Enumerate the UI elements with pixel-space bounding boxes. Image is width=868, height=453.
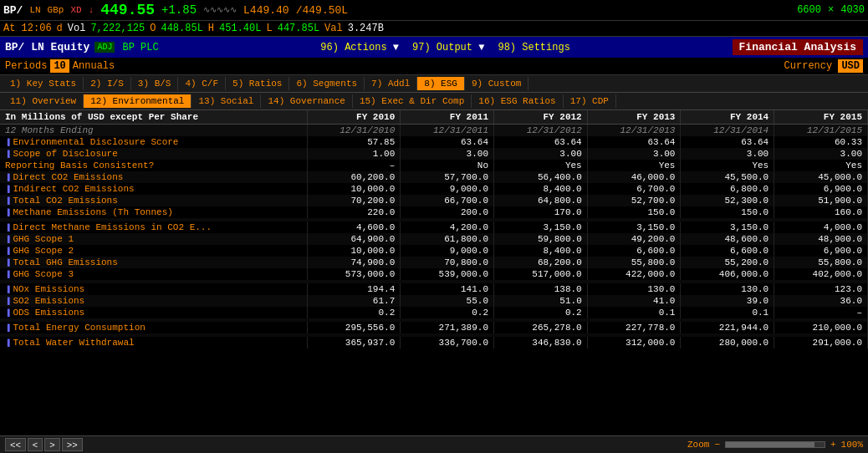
price-change: +1.85	[161, 3, 197, 17]
actions-button[interactable]: 96) Actions ▼	[314, 40, 406, 55]
adv-label: ADJ	[94, 42, 115, 53]
data-cell: 48,600.0	[681, 233, 774, 245]
data-cell: 6,700.0	[587, 183, 681, 195]
currency-value[interactable]: USD	[838, 59, 863, 73]
row-label-text: GHG Scope 3	[13, 269, 74, 279]
data-cell: 70,200.0	[307, 195, 401, 206]
subtab-environmental[interactable]: 12) Environmental	[84, 94, 191, 108]
sub-tabs: 11) Overview 12) Environmental 13) Socia…	[0, 93, 868, 110]
subtab-cdp[interactable]: 17) CDP	[564, 94, 616, 108]
chart-icon: ▐	[5, 186, 9, 194]
chart-icon: ▐	[5, 309, 9, 318]
data-cell: 3,150.0	[494, 221, 588, 233]
data-cell: 6,900.0	[774, 183, 868, 195]
settings-button[interactable]: 98) Settings	[491, 40, 576, 55]
val-value: 3.247B	[348, 23, 384, 34]
row-label-cell: ▐GHG Scope 2	[0, 245, 307, 257]
tab-addl[interactable]: 7) Addl	[365, 77, 417, 90]
data-cell: 130.0	[681, 283, 774, 295]
data-cell: 63.64	[681, 136, 774, 148]
subtab-exec-dir[interactable]: 15) Exec & Dir Comp	[353, 94, 472, 108]
chart-icon: ▐	[5, 197, 9, 206]
data-cell: 0.1	[587, 307, 681, 318]
data-cell: 0.2	[307, 307, 401, 318]
output-button[interactable]: 97) Output ▼	[406, 40, 491, 55]
volume-range2: ×	[828, 4, 834, 16]
tab-is[interactable]: 2) I/S	[84, 77, 131, 90]
row-label-text: Scope of Disclosure	[13, 149, 117, 159]
table-row: Reporting Basis Consistent?–NoYesYesYesY…	[0, 160, 868, 171]
col-fy2010: FY 2010	[307, 110, 401, 125]
tab-custom[interactable]: 9) Custom	[465, 77, 528, 90]
tab-bs[interactable]: 3) B/S	[131, 77, 179, 90]
data-cell: 194.4	[307, 283, 401, 295]
financial-analysis-label: Financial Analysis	[733, 39, 863, 55]
data-cell: 138.0	[494, 283, 588, 295]
row-label-text: ODS Emissions	[13, 308, 84, 318]
periods-label: Periods	[5, 60, 47, 72]
data-cell: 63.64	[494, 136, 588, 148]
val-label: Val	[324, 23, 343, 34]
exchange-label: LN	[29, 5, 40, 15]
data-cell: 52,700.0	[587, 195, 681, 206]
tab-segments[interactable]: 6) Segments	[289, 77, 365, 90]
row-label-cell: ▐Total CO2 Emissions	[0, 195, 307, 206]
row-label-cell: ▐Total Water Withdrawal	[0, 337, 307, 349]
tab-esg[interactable]: 8) ESG	[417, 77, 465, 90]
period-number[interactable]: 10	[50, 59, 69, 73]
date-fy2011: 12/31/2011	[401, 125, 494, 137]
date-fy2015: 12/31/2015	[774, 125, 868, 137]
data-cell: 422,000.0	[587, 268, 681, 280]
header-bar: BP/ LN Equity ADJ BP PLC 96) Actions ▼ 9…	[0, 37, 868, 58]
data-cell: 55,800.0	[774, 257, 868, 268]
subtab-esg-ratios[interactable]: 16) ESG Ratios	[472, 94, 563, 108]
data-cell: 0.2	[401, 307, 494, 318]
data-cell: 8,400.0	[494, 245, 588, 257]
table-row: ▐Direct Methane Emissions in CO2 E...4,6…	[0, 221, 868, 233]
chart-icon: ▐	[5, 224, 9, 232]
row-label-text: Total CO2 Emissions	[13, 196, 117, 206]
periods-bar: Periods 10 Annuals Currency USD	[0, 58, 868, 75]
row-label-text: Reporting Basis Consistent?	[5, 160, 154, 171]
tab-ratios[interactable]: 5) Ratios	[226, 77, 289, 90]
data-cell: 312,000.0	[587, 337, 681, 349]
subtab-overview[interactable]: 11) Overview	[3, 94, 84, 108]
data-cell: 66,700.0	[401, 195, 494, 206]
sparkline: ∿∿∿∿∿	[203, 5, 237, 15]
table-row: ▐NOx Emissions194.4141.0138.0130.0130.01…	[0, 283, 868, 295]
data-cell: 64,800.0	[494, 195, 588, 206]
table-row: ▐GHG Scope 210,000.09,000.08,400.06,600.…	[0, 245, 868, 257]
row-label-cell: ▐Total GHG Emissions	[0, 257, 307, 268]
data-cell: 36.0	[774, 295, 868, 307]
data-cell: 4,200.0	[401, 221, 494, 233]
chart-icon: ▐	[5, 150, 9, 159]
data-cell: 130.0	[587, 283, 681, 295]
col-fy2012: FY 2012	[494, 110, 588, 125]
table-row: ▐Total Water Withdrawal365,937.0336,700.…	[0, 337, 868, 349]
vol-value: 7,222,125	[90, 23, 145, 34]
row-label-cell: ▐GHG Scope 1	[0, 233, 307, 245]
row-label-text: Environmental Disclosure Score	[13, 137, 178, 147]
row-label-cell: ▐GHG Scope 3	[0, 268, 307, 280]
date-fy2014: 12/31/2014	[681, 125, 774, 137]
tab-cf[interactable]: 4) C/F	[178, 77, 226, 90]
data-cell: 60.33	[774, 136, 868, 148]
data-cell: 573,000.0	[307, 268, 401, 280]
data-cell: –	[774, 307, 868, 318]
data-cell: 406,000.0	[681, 268, 774, 280]
table-row: ▐Environmental Disclosure Score57.8563.6…	[0, 136, 868, 148]
date-fy2012: 12/31/2012	[494, 125, 588, 137]
subtab-social[interactable]: 13) Social	[191, 94, 261, 108]
annuals-label[interactable]: Annuals	[73, 60, 115, 72]
data-cell: 227,778.0	[587, 322, 681, 333]
data-cell: 170.0	[494, 206, 588, 218]
tab-key-stats[interactable]: 1) Key Stats	[3, 77, 84, 90]
data-cell: 70,800.0	[401, 257, 494, 268]
subtab-governance[interactable]: 14) Governance	[261, 94, 352, 108]
data-cell: 4,600.0	[307, 221, 401, 233]
data-cell: 221,944.0	[681, 322, 774, 333]
data-cell: 0.1	[681, 307, 774, 318]
data-cell: 45,500.0	[681, 171, 774, 183]
col-fy2015: FY 2015	[774, 110, 868, 125]
chart-icon: ▐	[5, 259, 9, 267]
